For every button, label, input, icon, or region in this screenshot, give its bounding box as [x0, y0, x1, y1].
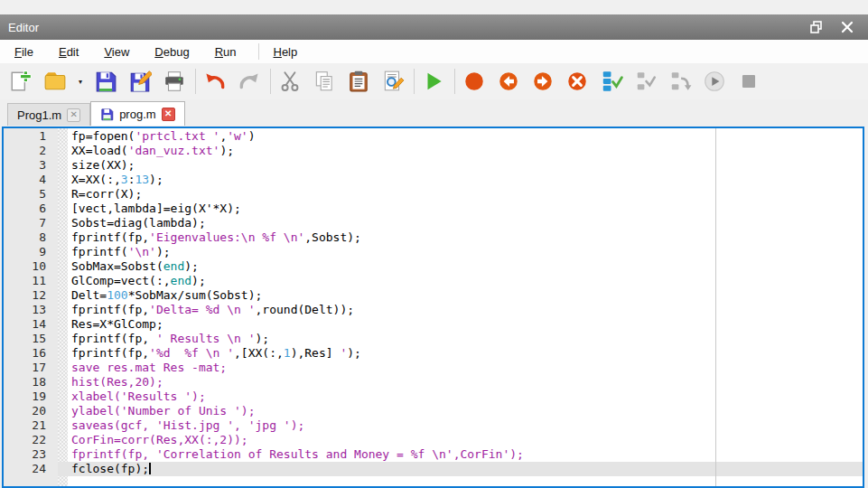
cut-button[interactable]	[276, 67, 303, 96]
fold-cell	[58, 173, 68, 187]
clear-breakpoints-button[interactable]	[564, 67, 591, 96]
code-line[interactable]: 19xlabel('Results ');	[4, 389, 863, 404]
code-line[interactable]: 2XX=load('dan_vuz.txt');	[4, 144, 863, 158]
line-number[interactable]: 16	[4, 346, 58, 361]
line-number[interactable]: 23	[4, 447, 58, 462]
paste-button[interactable]	[345, 67, 372, 96]
code-text: fprintf(fp, 'Correlation of Results and …	[68, 447, 863, 462]
code-line[interactable]: 13fprintf(fp,'Delta= %d \n ',round(Delt)…	[4, 303, 863, 317]
code-line[interactable]: 18hist(Res,20);	[4, 375, 863, 389]
code-line[interactable]: 22CorFin=corr(Res,XX(:,2));	[4, 433, 863, 447]
fold-cell	[58, 346, 68, 361]
forward-button[interactable]	[529, 67, 556, 96]
line-number[interactable]: 17	[4, 361, 58, 375]
line-number[interactable]: 7	[4, 216, 58, 230]
clear-breakpoints-icon	[565, 70, 589, 93]
code-line[interactable]: 15fprintf(fp, ' Results \n ');	[4, 332, 863, 346]
code-text: Res=X*GlComp;	[68, 317, 863, 332]
code-line[interactable]: 20ylabel('Number of Unis ');	[4, 404, 863, 418]
copy-button[interactable]	[311, 67, 338, 96]
print-button[interactable]	[161, 67, 188, 96]
line-number[interactable]: 11	[4, 274, 58, 288]
tab-prog1[interactable]: Prog1.m ✕	[7, 103, 90, 126]
code-rows[interactable]: 1fp=fopen('prtcl.txt ','w')2XX=load('dan…	[4, 129, 863, 476]
code-line[interactable]: 8fprintf(fp,'Eigenvalues:\n %f \n',Sobst…	[4, 230, 863, 245]
line-number[interactable]: 18	[4, 375, 58, 389]
step-button[interactable]	[598, 67, 625, 96]
line-number[interactable]: 10	[4, 259, 58, 274]
close-tab-icon[interactable]: ✕	[162, 108, 175, 121]
open-file-button[interactable]	[42, 67, 69, 96]
code-line[interactable]: 14Res=X*GlComp;	[4, 317, 863, 332]
line-number[interactable]: 14	[4, 317, 58, 332]
code-line[interactable]: 12Delt=100*SobMax/sum(Sobst);	[4, 288, 863, 303]
menu-debug[interactable]: Debug	[145, 42, 198, 62]
code-line[interactable]: 24fclose(fp);	[4, 462, 863, 476]
code-line[interactable]: 16fprintf(fp,'%d %f \n ',[XX(:,1),Res] '…	[4, 346, 863, 361]
menu-run[interactable]: Run	[206, 42, 246, 62]
code-line[interactable]: 23fprintf(fp, 'Correlation of Results an…	[4, 447, 863, 462]
save-as-button[interactable]	[126, 67, 154, 96]
code-text: SobMax=Sobst(end);	[68, 259, 863, 274]
line-number[interactable]: 4	[4, 173, 58, 187]
step-in-button[interactable]	[632, 67, 659, 96]
code-line[interactable]: 17save res.mat Res -mat;	[4, 361, 863, 375]
code-line[interactable]: 3size(XX);	[4, 158, 863, 173]
line-number[interactable]: 20	[4, 404, 58, 418]
tab-prog[interactable]: prog.m ✕	[90, 101, 184, 126]
new-file-button[interactable]	[7, 67, 34, 96]
save-button[interactable]	[92, 67, 119, 96]
menu-help[interactable]: Help	[265, 42, 307, 62]
close-window-button[interactable]	[835, 17, 859, 37]
line-number[interactable]: 22	[4, 433, 58, 447]
code-line[interactable]: 10SobMax=Sobst(end);	[4, 259, 863, 274]
code-line[interactable]: 5R=corr(X);	[4, 187, 863, 202]
run-button[interactable]	[420, 67, 447, 96]
stop-button[interactable]	[735, 67, 762, 96]
code-line[interactable]: 7Sobst=diag(lambda);	[4, 216, 863, 230]
fold-cell	[58, 202, 68, 216]
line-number[interactable]: 12	[4, 288, 58, 303]
line-number[interactable]: 9	[4, 245, 58, 259]
back-icon	[497, 70, 520, 93]
menu-separator	[258, 43, 259, 60]
line-number[interactable]: 13	[4, 303, 58, 317]
title-bar[interactable]: Editor	[0, 14, 868, 40]
open-dropdown-arrow-icon[interactable]: ▾	[76, 67, 85, 96]
close-tab-icon[interactable]: ✕	[67, 108, 80, 122]
fold-cell	[58, 433, 68, 447]
breakpoint-button[interactable]	[461, 67, 488, 96]
code-line[interactable]: 4X=XX(:,3:13);	[4, 173, 863, 187]
back-button[interactable]	[495, 67, 522, 96]
line-number[interactable]: 24	[4, 462, 58, 476]
line-number[interactable]: 21	[4, 418, 58, 433]
menu-view[interactable]: View	[95, 42, 138, 62]
resume-button[interactable]	[701, 67, 728, 96]
line-number[interactable]: 3	[4, 158, 58, 173]
code-text: [vect,lambda]=eig(X'*X);	[68, 202, 863, 216]
code-line[interactable]: 11GlComp=vect(:,end);	[4, 274, 863, 288]
code-line[interactable]: 6[vect,lambda]=eig(X'*X);	[4, 202, 863, 216]
code-line[interactable]: 1fp=fopen('prtcl.txt ','w')	[4, 129, 863, 144]
menu-edit[interactable]: Edit	[50, 42, 88, 62]
undo-button[interactable]	[201, 67, 229, 96]
line-number[interactable]: 6	[4, 202, 58, 216]
line-number[interactable]: 1	[4, 129, 58, 144]
restore-window-button[interactable]	[805, 17, 828, 37]
find-replace-button[interactable]	[379, 67, 406, 96]
code-line[interactable]: 9fprintf('\n');	[4, 245, 863, 259]
fold-cell	[58, 404, 68, 418]
open-file-icon	[43, 70, 67, 93]
line-number[interactable]: 5	[4, 187, 58, 202]
code-editor[interactable]: 1fp=fopen('prtcl.txt ','w')2XX=load('dan…	[2, 127, 864, 488]
line-number[interactable]: 8	[4, 230, 58, 245]
line-number[interactable]: 2	[4, 144, 58, 158]
line-number[interactable]: 15	[4, 332, 58, 346]
code-line[interactable]: 21saveas(gcf, 'Hist.jpg ', 'jpg ');	[4, 418, 863, 433]
line-number[interactable]: 19	[4, 389, 58, 404]
redo-button[interactable]	[236, 67, 263, 96]
step-in-icon	[634, 70, 658, 93]
step-out-button[interactable]	[667, 67, 694, 96]
code-text: size(XX);	[68, 158, 863, 173]
menu-file[interactable]: File	[5, 42, 42, 62]
